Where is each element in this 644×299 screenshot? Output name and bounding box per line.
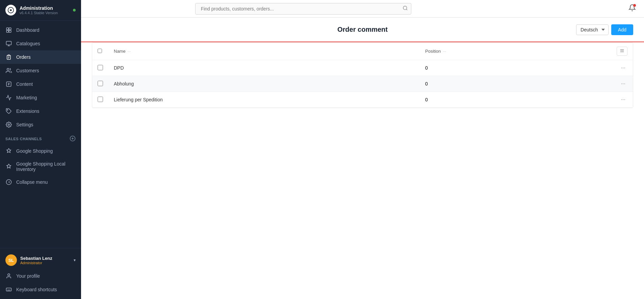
sidebar-item-label: Orders <box>16 54 31 60</box>
row-name-cell: Abholung <box>108 76 420 92</box>
orders-icon <box>5 54 12 60</box>
svg-rect-1 <box>6 28 8 30</box>
collapse-menu-button[interactable]: Collapse menu <box>0 175 81 189</box>
header-name-label: Name <box>114 49 126 54</box>
table-row: Abholung 0 ··· <box>92 76 633 92</box>
language-select[interactable]: Deutsch English <box>576 24 609 35</box>
sidebar-footer: SL Sebastian Lenz Administrator ▾ Your p… <box>0 248 81 299</box>
sidebar-item-label: Marketing <box>16 95 37 100</box>
page-title: Order comment <box>92 26 633 33</box>
table-layout-button[interactable] <box>617 47 627 56</box>
row-checkbox-cell <box>92 92 108 108</box>
row-context-menu-button[interactable]: ··· <box>619 64 627 72</box>
app-logo <box>5 5 16 16</box>
sidebar-item-orders[interactable]: Orders <box>0 50 81 64</box>
sales-channels-label: Sales Channels <box>5 137 42 141</box>
sidebar-item-catalogues[interactable]: Catalogues <box>0 37 81 50</box>
person-icon <box>5 273 12 279</box>
row-name[interactable]: Abholung <box>114 81 134 86</box>
table-body: DPD 0 ··· <box>92 60 633 108</box>
collapse-menu-label: Collapse menu <box>16 179 48 185</box>
row-checkbox[interactable] <box>98 81 103 86</box>
table-header-row: Name ··· Position ··· <box>92 43 633 60</box>
data-table: Name ··· Position ··· <box>92 43 633 108</box>
sidebar-item-marketing[interactable]: Marketing <box>0 91 81 104</box>
topbar-right <box>628 4 636 13</box>
svg-point-9 <box>7 109 8 110</box>
notifications-button[interactable] <box>628 4 636 13</box>
sidebar-item-extensions[interactable]: Extensions <box>0 104 81 118</box>
name-column-options[interactable]: ··· <box>128 49 131 54</box>
svg-rect-6 <box>8 55 10 56</box>
sidebar-header: Administration v6.4.4.1 Stable Version <box>0 0 81 21</box>
search-button[interactable] <box>403 5 408 12</box>
row-name[interactable]: DPD <box>114 65 124 71</box>
sidebar-item-label: Customers <box>16 68 39 73</box>
keyboard-shortcuts-link[interactable]: Keyboard shortcuts <box>0 283 81 296</box>
svg-rect-4 <box>9 30 11 32</box>
sidebar-item-label: Google Shopping <box>16 148 53 154</box>
search-container <box>195 3 411 15</box>
sidebar-item-customers[interactable]: Customers <box>0 64 81 77</box>
sidebar-item-content[interactable]: Content <box>0 77 81 91</box>
row-empty-cell <box>555 92 611 108</box>
main-content: Order comment Deutsch English Add <box>81 0 644 299</box>
add-button[interactable]: Add <box>611 24 633 35</box>
row-position: 0 <box>425 81 428 86</box>
row-context-menu-button[interactable]: ··· <box>619 96 627 103</box>
row-actions-cell: ··· <box>611 60 633 76</box>
page-header: Order comment Deutsch English Add <box>92 26 633 33</box>
sales-channels-section: Sales Channels <box>0 131 81 144</box>
user-section[interactable]: SL Sebastian Lenz Administrator ▾ <box>0 251 81 269</box>
catalogues-icon <box>5 40 12 47</box>
status-dot <box>73 9 76 11</box>
row-context-menu-button[interactable]: ··· <box>619 80 627 88</box>
sidebar-item-label: Google Shopping Local Inventory <box>16 161 76 172</box>
marketing-icon <box>5 94 12 101</box>
rocket-local-icon <box>5 163 12 170</box>
svg-rect-14 <box>6 288 11 291</box>
sidebar-item-dashboard[interactable]: Dashboard <box>0 23 81 37</box>
select-all-checkbox[interactable] <box>98 49 102 53</box>
topbar <box>81 0 644 18</box>
row-checkbox[interactable] <box>98 65 103 70</box>
user-role: Administrator <box>20 261 70 265</box>
sidebar-item-label: Catalogues <box>16 41 40 46</box>
keyboard-icon <box>5 286 12 293</box>
add-sales-channel-button[interactable] <box>70 135 76 142</box>
user-info: Sebastian Lenz Administrator <box>20 256 70 265</box>
sidebar-item-google-shopping[interactable]: Google Shopping <box>0 144 81 158</box>
svg-point-15 <box>403 6 407 10</box>
row-actions: ··· <box>617 96 627 103</box>
sidebar-nav: Dashboard Catalogues Orders <box>0 21 81 248</box>
header-position-col: Position ··· <box>420 43 555 60</box>
row-actions: ··· <box>617 64 627 72</box>
table-row: DPD 0 ··· <box>92 60 633 76</box>
row-actions: ··· <box>617 80 627 88</box>
sidebar-item-settings[interactable]: Settings <box>0 118 81 131</box>
position-column-options[interactable]: ··· <box>443 49 446 54</box>
row-checkbox-cell <box>92 76 108 92</box>
row-empty-cell <box>555 76 611 92</box>
table-header: Name ··· Position ··· <box>92 43 633 60</box>
row-checkbox[interactable] <box>98 97 103 102</box>
row-actions-cell: ··· <box>611 92 633 108</box>
content-icon <box>5 81 12 88</box>
page-content: Order comment Deutsch English Add <box>81 18 644 299</box>
sidebar-item-google-shopping-local[interactable]: Google Shopping Local Inventory <box>0 158 81 175</box>
app-name: Administration <box>20 5 70 11</box>
search-input[interactable] <box>195 3 411 15</box>
row-position-cell: 0 <box>420 60 555 76</box>
customers-icon <box>5 67 12 74</box>
page-header-actions: Deutsch English Add <box>576 24 633 35</box>
sidebar-item-label: Dashboard <box>16 27 40 33</box>
row-name[interactable]: Lieferung per Spedition <box>114 97 163 102</box>
your-profile-label: Your profile <box>16 273 40 279</box>
svg-rect-3 <box>6 30 8 32</box>
table-wrapper: Name ··· Position ··· <box>92 42 633 108</box>
sidebar: Administration v6.4.4.1 Stable Version D… <box>0 0 81 299</box>
table-row: Lieferung per Spedition 0 ··· <box>92 92 633 108</box>
your-profile-link[interactable]: Your profile <box>0 269 81 283</box>
row-position-cell: 0 <box>420 92 555 108</box>
header-name-col: Name ··· <box>108 43 420 60</box>
